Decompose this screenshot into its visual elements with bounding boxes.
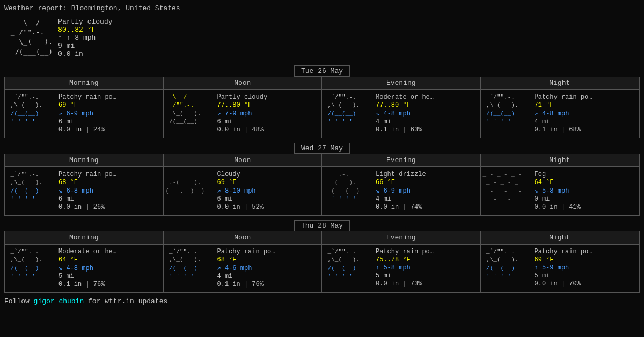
wi-rain-0-1: 0.0 in | 48% bbox=[217, 126, 268, 134]
wi-desc-0-0: Patchy rain po… bbox=[58, 93, 116, 101]
weather-info-1-0: Patchy rain po… 68 °F ↘ 6-8 mph 6 mi 0.0… bbox=[58, 171, 116, 212]
weather-art-1-2: .-. ( ). (___(__) ' ' ' ' bbox=[324, 171, 372, 212]
period-cell-0-1: \ / _ /"".-. \_( ). /(__(__) Partly clou… bbox=[164, 90, 323, 138]
wi-desc-2-0: Moderate or he… bbox=[58, 248, 116, 255]
wi-wind-2-0: ↘ 4-8 mph bbox=[58, 264, 116, 272]
current-rain: 0.0 in bbox=[58, 50, 112, 58]
weather-info-0-2: Moderate or he… 77..80 °F ↘ 4-8 mph 4 mi… bbox=[376, 93, 434, 135]
wi-rain-0-0: 0.0 in | 24% bbox=[58, 126, 116, 134]
footer-text: Follow bbox=[4, 297, 34, 305]
wi-desc-1-2: Light drizzle bbox=[376, 171, 426, 178]
wi-wind-2-3: ↑ 5-9 mph bbox=[535, 264, 592, 272]
weather-info-2-0: Moderate or he… 64 °F ↘ 4-8 mph 5 mi 0.1… bbox=[58, 248, 116, 289]
weather-art-2-3: _`/"".-. ,\_( ). /(__(__) ' ' ' ' bbox=[483, 248, 531, 289]
wi-rain-0-2: 0.1 in | 63% bbox=[376, 126, 434, 134]
weather-art-0-2: _`/"".-. ,\_( ). /(__(__) ' ' ' ' bbox=[324, 93, 372, 135]
weather-info-1-3: Fog 64 °F ↘ 5-8 mph 0 mi 0.0 in | 41% bbox=[535, 171, 581, 212]
wi-vis-1-1: 6 mi bbox=[217, 195, 264, 203]
wi-wind-0-2: ↘ 4-8 mph bbox=[376, 109, 434, 118]
wi-vis-0-0: 6 mi bbox=[58, 118, 116, 126]
wi-rain-0-3: 0.1 in | 68% bbox=[535, 126, 592, 134]
wi-temp-2-1: 68 °F bbox=[217, 256, 275, 263]
wi-rain-1-2: 0.0 in | 74% bbox=[376, 203, 426, 211]
wi-wind-1-2: ↘ 6-9 mph bbox=[376, 187, 426, 195]
weather-art-1-0: _`/"".-. ,\_( ). /(__(__) ' ' ' ' bbox=[7, 171, 55, 212]
wi-vis-1-2: 4 mi bbox=[376, 195, 426, 203]
weather-info-0-3: Patchy rain po… 71 °F ↗ 4-8 mph 4 mi 0.1… bbox=[535, 93, 592, 135]
weather-info-1-2: Light drizzle 66 °F ↘ 6-9 mph 4 mi 0.0 i… bbox=[376, 171, 426, 212]
period-header-0-1: Noon bbox=[164, 77, 323, 90]
weather-art-0-3: _`/"".-. ,\_( ). /(__(__) ' ' ' ' bbox=[483, 93, 531, 135]
wi-vis-2-3: 5 mi bbox=[535, 272, 592, 280]
weather-art-2-0: _`/"".-. ,\_( ). /(__(__) ' ' ' ' bbox=[7, 248, 55, 289]
weather-art-0-1: \ / _ /"".-. \_( ). /(__(__) bbox=[166, 93, 214, 135]
wi-wind-2-2: ↑ 5-8 mph bbox=[376, 264, 434, 272]
wi-wind-0-1: ↗ 7-9 mph bbox=[217, 109, 268, 118]
current-info: Partly cloudy 80..82 °F ↑ ↑ 8 mph 9 mi 0… bbox=[58, 18, 112, 58]
weather-info-0-1: Partly cloudy 77..80 °F ↗ 7-9 mph 6 mi 0… bbox=[217, 93, 268, 135]
wi-rain-2-1: 0.1 in | 76% bbox=[217, 281, 275, 288]
wi-vis-1-0: 6 mi bbox=[58, 195, 116, 203]
wi-wind-1-1: ↗ 8-10 mph bbox=[217, 187, 264, 195]
wi-desc-1-1: Cloudy bbox=[217, 171, 264, 178]
wi-vis-2-0: 5 mi bbox=[58, 273, 116, 280]
period-cell-0-0: _`/"".-. ,\_( ). /(__(__) ' ' ' ' Patchy… bbox=[5, 90, 164, 138]
wi-vis-0-1: 6 mi bbox=[217, 118, 268, 126]
weather-info-0-0: Patchy rain po… 69 °F ↗ 6-9 mph 6 mi 0.0… bbox=[58, 93, 116, 135]
wi-vis-2-2: 5 mi bbox=[376, 272, 434, 280]
wi-temp-1-2: 66 °F bbox=[376, 179, 426, 186]
wi-vis-1-3: 0 mi bbox=[535, 195, 581, 203]
footer-link[interactable]: gigor_chubin bbox=[34, 297, 84, 305]
period-header-0-2: Evening bbox=[322, 77, 481, 90]
day-section-0: Tue 26 MayMorningNoonEveningNight _`/"".… bbox=[4, 65, 640, 138]
wi-temp-1-3: 64 °F bbox=[535, 179, 581, 186]
wi-wind-0-0: ↗ 6-9 mph bbox=[58, 109, 116, 118]
header-title: Weather report: Bloomington, United Stat… bbox=[4, 4, 640, 12]
day-label-0: Tue 26 May bbox=[294, 65, 350, 77]
wi-rain-2-2: 0.0 in | 73% bbox=[376, 280, 434, 288]
wi-vis-0-2: 4 mi bbox=[376, 118, 434, 126]
wi-rain-2-0: 0.1 in | 76% bbox=[58, 281, 116, 288]
period-cell-2-3: _`/"".-. ,\_( ). /(__(__) ' ' ' ' Patchy… bbox=[481, 244, 640, 292]
footer-suffix: for wttr.in updates bbox=[84, 297, 167, 305]
period-cell-1-1: .-( ). (___.__)__) Cloudy 69 °F ↗ 8-10 m… bbox=[164, 167, 323, 215]
period-header-0-0: Morning bbox=[5, 77, 164, 90]
periods-grid-1: MorningNoonEveningNight _`/"".-. ,\_( ).… bbox=[4, 154, 640, 216]
wi-temp-1-0: 68 °F bbox=[58, 179, 116, 186]
wi-wind-2-1: ↗ 4-6 mph bbox=[217, 264, 275, 272]
wi-desc-2-2: Patchy rain po… bbox=[376, 248, 434, 255]
wi-rain-2-3: 0.0 in | 70% bbox=[535, 280, 592, 288]
wi-desc-0-2: Moderate or he… bbox=[376, 93, 434, 101]
weather-info-2-1: Patchy rain po… 68 °F ↗ 4-6 mph 4 mi 0.1… bbox=[217, 248, 275, 289]
period-header-2-3: Night bbox=[481, 231, 640, 244]
wi-desc-2-3: Patchy rain po… bbox=[535, 248, 592, 255]
wi-desc-0-3: Patchy rain po… bbox=[535, 93, 592, 101]
weather-art-1-3: _ - _ - _ - _ - _ - __ - _ - _ - _ - _ -… bbox=[483, 171, 531, 212]
wi-desc-1-0: Patchy rain po… bbox=[58, 171, 116, 178]
current-temp: 80..82 °F bbox=[58, 26, 112, 34]
period-header-2-1: Noon bbox=[164, 231, 323, 244]
wi-temp-0-0: 69 °F bbox=[58, 101, 116, 109]
weather-info-2-3: Patchy rain po… 69 °F ↑ 5-9 mph 5 mi 0.0… bbox=[535, 248, 592, 289]
wi-wind-1-3: ↘ 5-8 mph bbox=[535, 187, 581, 195]
wi-rain-1-1: 0.0 in | 52% bbox=[217, 203, 264, 211]
day-section-1: Wed 27 MayMorningNoonEveningNight _`/"".… bbox=[4, 143, 640, 216]
weather-info-1-1: Cloudy 69 °F ↗ 8-10 mph 6 mi 0.0 in | 52… bbox=[217, 171, 264, 212]
wi-desc-1-3: Fog bbox=[535, 171, 581, 178]
period-header-2-2: Evening bbox=[322, 231, 481, 244]
periods-grid-2: MorningNoonEveningNight _`/"".-. ,\_( ).… bbox=[4, 231, 640, 293]
day-header-0: Tue 26 May bbox=[4, 65, 640, 77]
wi-temp-1-1: 69 °F bbox=[217, 179, 264, 186]
day-label-1: Wed 27 May bbox=[294, 143, 350, 154]
wi-temp-2-3: 69 °F bbox=[535, 256, 592, 263]
current-vis: 9 mi bbox=[58, 42, 112, 50]
period-cell-1-3: _ - _ - _ - _ - _ - __ - _ - _ - _ - _ -… bbox=[481, 167, 640, 215]
page: Weather report: Bloomington, United Stat… bbox=[0, 0, 644, 310]
wi-temp-0-2: 77..80 °F bbox=[376, 101, 434, 109]
period-cell-2-2: _`/"".-. ,\_( ). /(__(__) ' ' ' ' Patchy… bbox=[322, 244, 481, 292]
wi-wind-0-3: ↗ 4-8 mph bbox=[535, 109, 592, 118]
current-desc: Partly cloudy bbox=[58, 18, 112, 26]
day-header-2: Thu 28 May bbox=[4, 220, 640, 231]
period-cell-0-2: _`/"".-. ,\_( ). /(__(__) ' ' ' ' Modera… bbox=[322, 90, 481, 138]
weather-art-2-1: _`/"".-. ,\_( ). /(__(__) ' ' ' ' bbox=[166, 248, 214, 289]
